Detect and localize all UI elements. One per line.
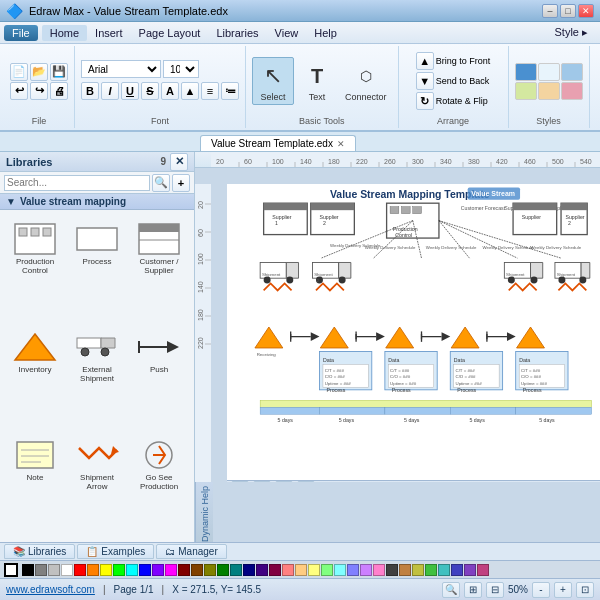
color-swatch[interactable] xyxy=(347,564,359,576)
color-swatch[interactable] xyxy=(321,564,333,576)
undo-button[interactable]: ↩ xyxy=(10,82,28,100)
color-swatch[interactable] xyxy=(230,564,242,576)
menu-insert[interactable]: Insert xyxy=(87,25,131,41)
page-nav-forward[interactable]: ▶ xyxy=(275,481,293,482)
highlight-button[interactable]: ▲ xyxy=(181,82,199,100)
color-swatch[interactable] xyxy=(425,564,437,576)
shape-process[interactable]: Process xyxy=(68,216,126,320)
text-tool-button[interactable]: T Text xyxy=(296,57,338,105)
color-swatch[interactable] xyxy=(308,564,320,576)
style-swatch-2[interactable] xyxy=(538,63,560,81)
library-search-input[interactable] xyxy=(4,175,150,191)
color-swatch[interactable] xyxy=(178,564,190,576)
color-swatch[interactable] xyxy=(451,564,463,576)
doc-tab-close[interactable]: ✕ xyxy=(337,139,345,149)
font-size-select[interactable]: 10 xyxy=(163,60,199,78)
color-swatch[interactable] xyxy=(22,564,34,576)
color-swatch[interactable] xyxy=(35,564,47,576)
color-swatch[interactable] xyxy=(152,564,164,576)
select-tool-button[interactable]: ↖ Select xyxy=(252,57,294,105)
shape-go-see-production[interactable]: Go See Production xyxy=(130,432,188,536)
doc-tab-vsm[interactable]: Value Stream Template.edx ✕ xyxy=(200,135,356,151)
open-button[interactable]: 📂 xyxy=(30,63,48,81)
bottom-tab-manager[interactable]: 🗂 Manager xyxy=(156,544,226,559)
color-swatch[interactable] xyxy=(100,564,112,576)
page-nav-last[interactable]: ▶▶ xyxy=(297,481,315,482)
italic-button[interactable]: I xyxy=(101,82,119,100)
zoom-minus-button[interactable]: - xyxy=(532,582,550,598)
style-swatch-4[interactable] xyxy=(515,82,537,100)
save-button[interactable]: 💾 xyxy=(50,63,68,81)
color-swatch[interactable] xyxy=(113,564,125,576)
menu-libraries[interactable]: Libraries xyxy=(208,25,266,41)
menu-page-layout[interactable]: Page Layout xyxy=(131,25,209,41)
style-swatch-1[interactable] xyxy=(515,63,537,81)
underline-button[interactable]: U xyxy=(121,82,139,100)
color-swatch[interactable] xyxy=(438,564,450,576)
color-swatch[interactable] xyxy=(87,564,99,576)
color-swatch[interactable] xyxy=(334,564,346,576)
style-panel-toggle[interactable]: Style ▸ xyxy=(546,24,596,41)
shape-customer-supplier[interactable]: Customer / Supplier xyxy=(130,216,188,320)
color-swatch[interactable] xyxy=(464,564,476,576)
color-swatch[interactable] xyxy=(191,564,203,576)
minimize-button[interactable]: – xyxy=(542,4,558,18)
color-swatch[interactable] xyxy=(48,564,60,576)
fit-width-button[interactable]: ⊟ xyxy=(486,582,504,598)
shape-production-control[interactable]: Production Control xyxy=(6,216,64,320)
redo-button[interactable]: ↪ xyxy=(30,82,48,100)
shape-note[interactable]: Note xyxy=(6,432,64,536)
menu-help[interactable]: Help xyxy=(306,25,345,41)
view-mode-button[interactable]: ⊡ xyxy=(576,582,594,598)
color-swatch[interactable] xyxy=(256,564,268,576)
page-nav-prev[interactable]: ◀◀ xyxy=(231,481,249,482)
color-swatch[interactable] xyxy=(165,564,177,576)
style-swatch-3[interactable] xyxy=(561,63,583,81)
menu-home[interactable]: Home xyxy=(42,25,87,41)
fit-page-button[interactable]: ⊞ xyxy=(464,582,482,598)
close-button[interactable]: ✕ xyxy=(578,4,594,18)
zoom-plus-button[interactable]: + xyxy=(554,582,572,598)
menu-file[interactable]: File xyxy=(4,25,38,41)
search-button[interactable]: 🔍 xyxy=(152,174,170,192)
color-swatch[interactable] xyxy=(74,564,86,576)
maximize-button[interactable]: □ xyxy=(560,4,576,18)
font-family-select[interactable]: Arial xyxy=(81,60,161,78)
bold-button[interactable]: B xyxy=(81,82,99,100)
color-swatch[interactable] xyxy=(399,564,411,576)
align-button[interactable]: ≡ xyxy=(201,82,219,100)
no-color-swatch[interactable] xyxy=(4,563,18,577)
color-swatch[interactable] xyxy=(61,564,73,576)
bottom-tab-libraries[interactable]: 📚 Libraries xyxy=(4,544,75,559)
color-swatch[interactable] xyxy=(477,564,489,576)
color-swatch[interactable] xyxy=(412,564,424,576)
menu-view[interactable]: View xyxy=(267,25,307,41)
connector-tool-button[interactable]: ⬡ Connector xyxy=(340,57,392,105)
strikethrough-button[interactable]: S xyxy=(141,82,159,100)
libraries-close-btn[interactable]: ✕ xyxy=(170,153,188,171)
new-button[interactable]: 📄 xyxy=(10,63,28,81)
color-swatch[interactable] xyxy=(386,564,398,576)
color-swatch[interactable] xyxy=(204,564,216,576)
font-color-button[interactable]: A xyxy=(161,82,179,100)
shape-shipment-arrow[interactable]: Shipment Arrow xyxy=(68,432,126,536)
shape-push[interactable]: Push xyxy=(130,324,188,428)
list-button[interactable]: ≔ xyxy=(221,82,239,100)
color-swatch[interactable] xyxy=(217,564,229,576)
shape-inventory[interactable]: Inventory xyxy=(6,324,64,428)
canvas-content[interactable]: Value Stream Mapping Template Production… xyxy=(227,184,600,482)
zoom-out-button[interactable]: 🔍 xyxy=(442,582,460,598)
color-swatch[interactable] xyxy=(282,564,294,576)
color-swatch[interactable] xyxy=(139,564,151,576)
website-link[interactable]: www.edrawsoft.com xyxy=(6,584,95,595)
shape-external-shipment[interactable]: External Shipment xyxy=(68,324,126,428)
color-swatch[interactable] xyxy=(373,564,385,576)
page-nav-back[interactable]: ◀ xyxy=(253,481,271,482)
bottom-tab-examples[interactable]: 📋 Examples xyxy=(77,544,154,559)
color-swatch[interactable] xyxy=(243,564,255,576)
color-swatch[interactable] xyxy=(295,564,307,576)
color-swatch[interactable] xyxy=(126,564,138,576)
color-swatch[interactable] xyxy=(360,564,372,576)
add-library-button[interactable]: + xyxy=(172,174,190,192)
color-swatch[interactable] xyxy=(269,564,281,576)
